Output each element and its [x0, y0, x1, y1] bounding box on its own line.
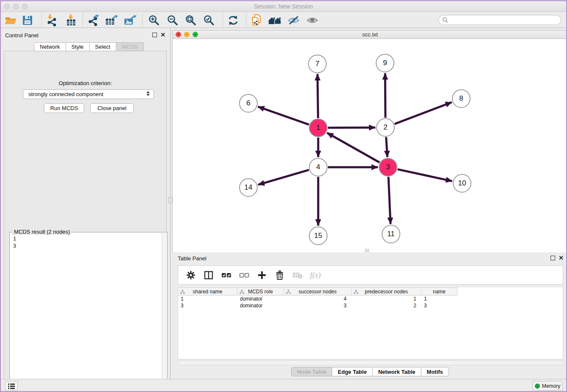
table-settings-icon[interactable] [185, 269, 197, 281]
mcds-result-scrollbar[interactable] [162, 233, 167, 390]
edge-3-1[interactable] [327, 133, 380, 163]
node-2[interactable]: 2 [376, 118, 395, 137]
node-10[interactable]: 10 [453, 174, 471, 193]
unselect-all-columns-icon[interactable] [238, 269, 250, 281]
column-header-predecessor-nodes[interactable]: predecessor nodes [352, 287, 421, 295]
home-layout-icon[interactable] [268, 14, 282, 26]
cell-shared-name[interactable]: 3 [178, 302, 237, 309]
network-window-titlebar[interactable]: × − + scc.txt [173, 30, 567, 39]
node-table[interactable]: shared nameMCDS rolesuccessor nodesprede… [178, 287, 563, 359]
tab-edge-table[interactable]: Edge Table [332, 367, 372, 376]
network-canvas[interactable]: 1234678910111415 [173, 39, 567, 252]
show-graphics-details-icon[interactable] [305, 14, 319, 26]
memory-button[interactable]: Memory [532, 381, 563, 391]
edge-1-2[interactable] [328, 127, 375, 128]
edge-3-11[interactable] [388, 177, 391, 224]
cell-name[interactable]: 1 [421, 295, 457, 302]
edge-3-10[interactable] [397, 169, 452, 181]
node-8[interactable]: 8 [452, 89, 471, 108]
add-column-icon[interactable] [256, 269, 268, 281]
table-panel: Table Panel ✕ [172, 253, 567, 377]
mcds-result-text[interactable]: 1 3 [11, 235, 161, 389]
zoom-in-icon[interactable] [147, 14, 161, 26]
tab-select[interactable]: Select [90, 42, 116, 51]
memory-status-icon [535, 384, 540, 389]
cell-shared-name[interactable]: 1 [178, 295, 237, 302]
zoom-fit-icon[interactable] [184, 14, 198, 26]
edge-4-14[interactable] [258, 170, 309, 185]
network-view-window: × − + scc.txt 1234678910111415 [172, 30, 567, 252]
node-11[interactable]: 11 [382, 225, 400, 243]
column-header-name[interactable]: name [421, 287, 457, 295]
control-panel-float-button[interactable] [152, 33, 157, 37]
search-field[interactable] [438, 15, 561, 25]
open-session-icon[interactable] [3, 14, 18, 26]
table-row[interactable]: 1dominator411 [178, 295, 563, 302]
node-3[interactable]: 3 [379, 158, 397, 177]
select-all-columns-icon[interactable] [220, 269, 232, 281]
tab-network-table[interactable]: Network Table [373, 367, 421, 376]
window-titlebar: Session: New Session [1, 1, 566, 12]
node-4[interactable]: 4 [309, 158, 328, 177]
delete-table-icon [292, 269, 303, 281]
canvas-split-handle[interactable] [365, 249, 369, 252]
tab-motifs[interactable]: Motifs [421, 367, 449, 376]
import-network-icon[interactable] [45, 14, 59, 26]
node-14[interactable]: 14 [239, 178, 258, 197]
tab-style[interactable]: Style [66, 42, 90, 51]
cell-MCDS-role[interactable]: dominator [237, 302, 284, 309]
column-tree-icon [354, 290, 358, 294]
tab-mcds[interactable]: MCDS [116, 42, 144, 51]
save-session-icon[interactable] [20, 14, 35, 26]
edge-1-7[interactable] [317, 74, 318, 118]
run-mcds-button[interactable]: Run MCDS [44, 103, 84, 113]
node-6[interactable]: 6 [239, 94, 258, 113]
zoom-out-icon[interactable] [165, 14, 180, 26]
column-header-shared-name[interactable]: shared name [178, 287, 237, 295]
task-history-button[interactable] [5, 381, 18, 391]
cell-successor-nodes[interactable]: 4 [284, 295, 352, 302]
zoom-selected-icon[interactable] [202, 14, 216, 26]
edge-1-6[interactable] [258, 107, 309, 124]
table-panel-close-button[interactable]: ✕ [559, 256, 564, 260]
tab-node-table[interactable]: Node Table [291, 367, 332, 376]
cell-predecessor-nodes[interactable]: 2 [352, 302, 421, 309]
edge-2-3[interactable] [386, 137, 387, 157]
close-panel-button[interactable]: Close panel [90, 103, 134, 113]
cell-predecessor-nodes[interactable]: 1 [352, 295, 421, 302]
edge-2-8[interactable] [395, 102, 452, 124]
cell-successor-nodes[interactable]: 3 [284, 302, 352, 309]
main-toolbar [1, 12, 566, 28]
column-header-successor-nodes[interactable]: successor nodes [284, 287, 352, 295]
control-panel-tabs: NetworkStyleSelectMCDS [34, 42, 144, 51]
column-header-MCDS-role[interactable]: MCDS role [237, 287, 284, 295]
node-15[interactable]: 15 [309, 226, 328, 245]
control-panel-close-button[interactable]: ✕ [160, 33, 165, 37]
svg-text:f(x): f(x) [310, 271, 321, 280]
export-image-icon[interactable] [123, 14, 137, 26]
hide-graphics-details-icon[interactable] [286, 14, 301, 26]
export-network-icon[interactable] [86, 14, 100, 26]
node-1[interactable]: 1 [309, 119, 328, 137]
cell-MCDS-role[interactable]: dominator [237, 295, 284, 302]
search-input[interactable] [448, 17, 561, 23]
table-panel-float-button[interactable] [550, 256, 555, 260]
edge-2-9[interactable] [385, 73, 385, 118]
mcds-result-title: MCDS result (2 nodes) [12, 229, 72, 235]
node-7[interactable]: 7 [308, 55, 327, 73]
node-9[interactable]: 9 [376, 54, 394, 72]
panel-divider[interactable] [170, 28, 171, 379]
refresh-view-icon[interactable] [226, 14, 240, 26]
export-table-icon[interactable] [104, 14, 118, 26]
column-tree-icon [286, 290, 291, 294]
optimization-criterion-dropdown[interactable]: strongly connected component [23, 89, 154, 99]
table-horizontal-scrollbar[interactable] [178, 360, 563, 365]
import-table-icon[interactable] [64, 14, 79, 26]
tab-network[interactable]: Network [34, 42, 66, 51]
cell-name[interactable]: 3 [421, 302, 457, 309]
open-network-file-icon[interactable] [249, 14, 264, 26]
delete-column-icon[interactable] [274, 269, 286, 281]
show-column-panel-icon[interactable] [203, 269, 215, 281]
table-row[interactable]: 3dominator323 [178, 302, 563, 309]
column-tree-icon [239, 290, 244, 294]
